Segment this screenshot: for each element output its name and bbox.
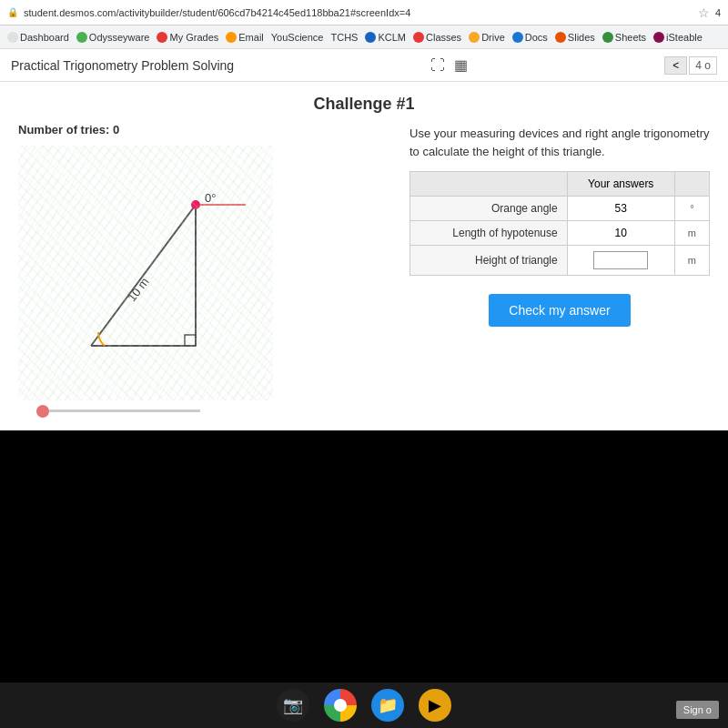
height-label: Height of triangle [410, 246, 568, 276]
address-text[interactable]: student.desmos.com/activitybuilder/stude… [24, 7, 693, 18]
bookmark-sheets[interactable]: Sheets [602, 32, 646, 43]
odysseyware-icon [76, 32, 87, 43]
triangle-container: 0° 10 m [18, 146, 273, 400]
tries-label: Number of tries: 0 [18, 123, 391, 136]
table-empty-header [410, 172, 568, 197]
bookmark-email[interactable]: Email [226, 32, 264, 43]
bookmarks-bar: Dashboard Odysseyware My Grades Email Yo… [0, 25, 728, 49]
svg-point-7 [191, 200, 200, 209]
challenge-title: Challenge #1 [0, 82, 728, 123]
table-row: Orange angle 53 ° [410, 197, 710, 221]
browser-chrome: 🔒 student.desmos.com/activitybuilder/stu… [0, 0, 728, 430]
nav-prev-button[interactable]: < [664, 56, 687, 75]
sign-out-button[interactable]: Sign o [676, 701, 719, 719]
bookmark-classes[interactable]: Classes [413, 32, 461, 43]
orange-angle-unit: ° [674, 197, 709, 221]
tab-count: 4 [715, 7, 721, 18]
bookmark-youscience[interactable]: YouScience [271, 32, 324, 43]
svg-text:0°: 0° [205, 191, 216, 205]
table-row: Height of triangle m [410, 246, 710, 276]
taskbar-files-icon[interactable]: 📁 [371, 689, 404, 722]
slides-icon [555, 32, 566, 43]
table-icon[interactable]: ▦ [454, 56, 468, 74]
slider-thumb[interactable] [36, 405, 49, 418]
instructions-text: Use your measuring devices and right ang… [410, 123, 710, 160]
sheets-icon [602, 32, 613, 43]
bookmark-mygrades[interactable]: My Grades [157, 32, 218, 43]
orange-angle-label: Orange angle [410, 197, 568, 221]
dashboard-icon [7, 32, 18, 43]
left-panel: Number of tries: 0 [18, 123, 391, 421]
drive-icon [469, 32, 480, 43]
slider-area[interactable] [18, 400, 391, 421]
slider-track[interactable] [36, 410, 200, 412]
bookmark-tchs[interactable]: TCHS [330, 32, 358, 43]
table-unit-header [674, 172, 709, 197]
classes-icon [413, 32, 424, 43]
hypotenuse-value: 10 [567, 221, 674, 246]
main-content: Challenge #1 Number of tries: 0 [0, 82, 728, 430]
expand-icon[interactable]: ⛶ [430, 57, 445, 74]
answer-table: Your answers Orange angle 53 ° [410, 171, 710, 276]
triangle-svg: 0° 10 m [18, 146, 273, 400]
challenge-body: Number of tries: 0 [0, 123, 728, 430]
kclm-icon [365, 32, 376, 43]
bookmark-docs[interactable]: Docs [512, 32, 548, 43]
bookmark-kclm[interactable]: KCLM [365, 32, 406, 43]
bookmark-isteable[interactable]: iSteable [653, 32, 703, 43]
taskbar-chrome-icon[interactable] [324, 689, 357, 722]
right-panel: Use your measuring devices and right ang… [410, 123, 710, 421]
hypotenuse-label: Length of hypotenuse [410, 221, 568, 246]
lock-icon: 🔒 [7, 7, 18, 17]
mygrades-icon [157, 32, 167, 43]
check-answer-button[interactable]: Check my answer [489, 294, 630, 327]
email-icon [226, 32, 237, 43]
bookmark-slides[interactable]: Slides [555, 32, 595, 43]
docs-icon [512, 32, 523, 43]
bookmark-drive[interactable]: Drive [469, 32, 505, 43]
bookmark-odysseyware[interactable]: Odysseyware [76, 32, 150, 43]
isteable-icon [653, 32, 664, 43]
app-title: Practical Trigonometry Problem Solving [11, 58, 234, 73]
address-bar: 🔒 student.desmos.com/activitybuilder/stu… [0, 0, 728, 25]
nav-arrows: < 4 o [664, 56, 717, 75]
table-row: Length of hypotenuse 10 m [410, 221, 710, 246]
taskbar: 📷 📁 ▶ Sign o [0, 682, 728, 728]
bookmark-star-icon[interactable]: ☆ [698, 5, 710, 20]
taskbar-camera-icon[interactable]: 📷 [277, 689, 309, 722]
height-unit: m [674, 246, 709, 276]
page-indicator: 4 o [689, 56, 717, 75]
taskbar-plex-icon[interactable]: ▶ [419, 689, 451, 722]
height-input-cell[interactable] [567, 246, 674, 276]
table-answers-header: Your answers [567, 172, 674, 197]
orange-angle-value: 53 [567, 197, 674, 221]
toolbar-actions: ⛶ ▦ [430, 56, 468, 74]
hypotenuse-unit: m [674, 221, 709, 246]
bookmark-dashboard[interactable]: Dashboard [7, 32, 69, 43]
app-toolbar: Practical Trigonometry Problem Solving ⛶… [0, 49, 728, 82]
height-input[interactable] [593, 251, 648, 269]
